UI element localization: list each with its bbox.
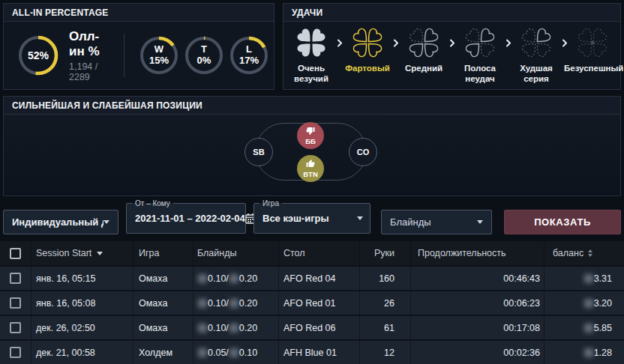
allin-panel-body: 52% Олл-ин % 1,194 / 2289 W 15% T 0% xyxy=(4,22,274,89)
sessions-table: Session Start Игра Блайнды Стол Руки Про… xyxy=(0,241,624,364)
blinds-cell: 0.05/0.10 xyxy=(194,341,279,364)
clover-icon xyxy=(575,25,610,60)
arrow-right-icon xyxy=(560,25,569,60)
redacted-currency xyxy=(198,324,207,333)
blinds-dropdown[interactable]: Блайнды xyxy=(381,210,492,234)
session-start-cell: янв. 16, 05:08 xyxy=(32,291,134,315)
clover-icon xyxy=(463,25,497,60)
column-header-duration: Продолжительность xyxy=(411,241,544,265)
table-name-cell: AFO Red 01 xyxy=(279,291,360,315)
range-dropdown[interactable]: Индивидуальный ди... xyxy=(3,210,118,234)
gauge-letter: W xyxy=(154,44,164,55)
hands-cell: 26 xyxy=(360,291,411,315)
session-start-cell: дек. 21, 00:58 xyxy=(32,341,134,364)
row-checkbox[interactable] xyxy=(10,297,21,309)
row-checkbox[interactable] xyxy=(10,347,21,358)
gauge-percent: 17% xyxy=(239,55,259,67)
gauge-percent: 15% xyxy=(149,55,169,67)
game-dropdown[interactable]: Игра Все кэш-игры xyxy=(254,203,370,234)
seat-bb-label: ББ xyxy=(305,137,316,145)
allin-main-gauge: 52% xyxy=(18,35,58,76)
redacted-currency xyxy=(584,348,593,357)
table-row[interactable]: янв. 16, 05:15 Омаха 0.10/0.20 AFO Red 0… xyxy=(0,267,624,291)
chevron-down-icon xyxy=(477,220,483,224)
redacted-currency xyxy=(584,274,593,283)
redacted-currency xyxy=(230,299,238,308)
vertical-divider xyxy=(124,34,124,77)
redacted-currency xyxy=(584,324,593,333)
redacted-currency xyxy=(198,274,207,283)
luck-step: Средний xyxy=(400,25,448,89)
session-start-cell: янв. 16, 05:15 xyxy=(32,267,134,290)
allin-count: 1,194 / 2289 xyxy=(69,61,111,82)
blinds-cell: 0.10/0.20 xyxy=(194,291,279,315)
blinds-cell: 0.10/0.20 xyxy=(194,316,279,339)
luck-step-label: Очень везучий xyxy=(283,63,340,85)
column-header-table: Стол xyxy=(279,241,360,265)
arrow-right-icon xyxy=(392,25,400,60)
positions-panel-title: СИЛЬНЕЙШАЯ И СЛАБЕЙШАЯ ПОЗИЦИИ xyxy=(4,97,620,115)
chevron-down-icon xyxy=(357,216,363,220)
column-header-session-start[interactable]: Session Start xyxy=(32,241,134,265)
luck-step-label: Полоса неудач xyxy=(452,63,508,85)
clover-icon xyxy=(519,25,554,60)
column-header-blinds: Блайнды xyxy=(194,241,279,265)
poker-table-icon: SB CO ББ BTN xyxy=(4,115,620,195)
allin-sub-gauge: W 15% xyxy=(139,35,179,76)
luck-step-label: Худшая серия xyxy=(508,63,565,85)
game-cell: Холдем xyxy=(134,341,194,364)
allin-panel-title: ALL-IN PERCENTAGE xyxy=(4,4,274,22)
clover-icon xyxy=(294,25,328,60)
table-header-row: Session Start Игра Блайнды Стол Руки Про… xyxy=(0,241,624,267)
show-button[interactable]: ПОКАЗАТЬ xyxy=(504,210,621,234)
row-checkbox[interactable] xyxy=(10,273,21,284)
duration-cell: 00:46:43 xyxy=(411,267,544,290)
luck-step: Полоса неудач xyxy=(457,25,504,89)
balance-cell: 3.31 xyxy=(544,267,624,290)
table-row[interactable]: янв. 16, 05:08 Омаха 0.10/0.20 AFO Red 0… xyxy=(0,291,624,316)
table-row[interactable]: дек. 26, 02:50 Омаха 0.10/0.20 AFO Red 0… xyxy=(0,316,624,341)
duration-cell: 00:17:08 xyxy=(411,316,544,339)
redacted-currency xyxy=(230,348,238,357)
positions-panel: СИЛЬНЕЙШАЯ И СЛАБЕЙШАЯ ПОЗИЦИИ SB CO ББ … xyxy=(3,96,621,196)
arrow-right-icon xyxy=(504,25,513,60)
luck-step: Безуспешный xyxy=(569,25,616,89)
clover-icon xyxy=(406,25,441,60)
arrow-right-icon xyxy=(335,25,344,60)
chevron-down-icon xyxy=(104,220,110,224)
allin-sub-gauge: T 0% xyxy=(184,35,224,76)
redacted-currency xyxy=(584,299,593,308)
seat-btn-label: BTN xyxy=(303,170,318,178)
column-header-balance[interactable]: баланс xyxy=(544,241,624,265)
allin-info: Олл-ин % 1,194 / 2289 xyxy=(69,29,111,82)
redacted-currency xyxy=(198,299,207,308)
row-checkbox[interactable] xyxy=(10,322,21,333)
allin-percentage-panel: ALL-IN PERCENTAGE 52% Олл-ин % 1,194 / 2… xyxy=(3,3,274,90)
gauge-percent: 0% xyxy=(197,55,212,67)
column-header-hands: Руки xyxy=(360,241,411,265)
balance-cell: 3.20 xyxy=(544,291,624,315)
date-range-value: 2021-11-01 – 2022-02-04 xyxy=(135,213,245,224)
redacted-currency xyxy=(198,348,207,357)
game-dropdown-value: Все кэш-игры xyxy=(262,213,329,224)
luck-panel-title: УДАЧИ xyxy=(284,4,620,22)
luck-step-label: Безуспешный xyxy=(564,63,621,73)
column-header-game: Игра xyxy=(134,241,194,265)
balance-cell: 5.85 xyxy=(544,316,624,339)
seat-co-label: CO xyxy=(357,148,370,157)
table-row[interactable]: дек. 21, 00:58 Холдем 0.05/0.10 AFH Blue… xyxy=(0,341,624,364)
positions-diagram: SB CO ББ BTN xyxy=(4,115,620,195)
arrow-right-icon xyxy=(448,25,457,60)
duration-cell: 00:06:23 xyxy=(411,291,544,315)
allin-sub-gauge: L 17% xyxy=(229,35,269,76)
luck-scale: Очень везучий Фартовый xyxy=(284,22,620,89)
luck-panel: УДАЧИ Очень везучий xyxy=(283,3,621,90)
date-range-field[interactable]: От – Кому 2021-11-01 – 2022-02-04 xyxy=(126,203,246,234)
luck-step-label: Средний xyxy=(395,63,452,73)
select-all-checkbox[interactable] xyxy=(10,248,21,259)
duration-cell: 00:02:36 xyxy=(411,341,544,364)
gauge-letter: T xyxy=(201,44,207,55)
hands-cell: 61 xyxy=(360,316,411,339)
seat-sb-label: SB xyxy=(253,148,264,157)
blinds-dropdown-value: Блайнды xyxy=(390,216,431,228)
